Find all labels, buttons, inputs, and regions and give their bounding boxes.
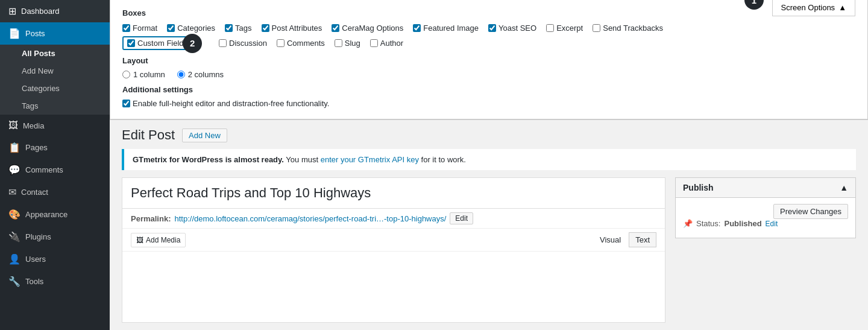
sidebar-subitem-all-posts[interactable]: All Posts [0,45,110,62]
posts-icon: 📄 [8,28,20,39]
sidebar-item-label: Tools [25,277,43,286]
checkbox-full-height[interactable]: Enable full-height editor and distractio… [122,99,846,108]
screen-options-toggle[interactable]: Screen Options ▲ [772,0,855,16]
permalink-row: Permalink: http://demo.loftocean.com/cer… [122,209,665,229]
sidebar-item-label: Contact [21,188,48,197]
chevron-up-icon: ▲ [838,3,846,12]
notice-end: for it to work. [421,155,466,164]
additional-heading: Additional settings [122,85,855,94]
layout-radio-row: 1 column 2 columns [122,70,855,79]
page-title: Edit Post [122,127,175,143]
step-badge-1: 1 [744,0,764,10]
checkbox-featured-image[interactable]: Featured Image [413,24,479,33]
sidebar-item-label: Users [25,255,46,264]
checkbox-excerpt[interactable]: Excerpt [546,24,583,33]
preview-changes-button[interactable]: Preview Changes [773,204,848,219]
sidebar-item-posts[interactable]: 📄 Posts [0,22,110,45]
publish-box: Publish ▲ Preview Changes 📌 Status: Publ… [675,177,856,238]
pages-icon: 📋 [8,142,20,153]
add-media-button[interactable]: 🖼 Add Media [131,233,186,247]
tab-visual[interactable]: Visual [593,232,627,247]
sidebar-item-label: Plugins [25,232,51,241]
sidebar-subitem-categories[interactable]: Categories [0,80,110,97]
sidebar-item-label: Pages [25,143,48,152]
tab-text[interactable]: Text [629,232,656,247]
sidebar-item-label: Comments [25,165,63,174]
sidebar-item-contact[interactable]: ✉ Contact [0,181,110,203]
checkboxes-row-2: Custom Fields 2 Discussion Comments Slug [122,36,855,50]
checkbox-tags[interactable]: Tags [225,24,251,33]
dashboard-icon: ⊞ [8,5,16,17]
boxes-heading: Boxes [122,8,855,17]
checkbox-format[interactable]: Format [122,24,157,33]
gtmetrix-api-link[interactable]: enter your GTmetrix API key [321,155,419,164]
checkbox-author[interactable]: Author [370,39,403,48]
sidebar-item-plugins[interactable]: 🔌 Plugins [0,226,110,248]
sidebar: ⊞ Dashboard 📄 Posts All Posts Add New Ca… [0,0,110,330]
plugins-icon: 🔌 [8,231,20,243]
collapse-icon: ▲ [840,183,848,192]
additional-section: Additional settings Enable full-height e… [122,85,855,108]
notice-bold: GTmetrix for WordPress is almost ready. [133,155,284,164]
contact-icon: ✉ [8,186,16,198]
publish-box-header: Publish ▲ [676,178,855,198]
sidebar-item-comments[interactable]: 💬 Comments [0,159,110,181]
publish-sidebar: Publish ▲ Preview Changes 📌 Status: Publ… [675,177,856,323]
comments-icon: 💬 [8,164,20,176]
status-row: 📌 Status: Published Edit [683,219,848,228]
screen-options-bar: 1 Screen Options ▲ Boxes Format Categori… [110,0,868,120]
sidebar-item-label: Appearance [25,210,68,219]
step-badge-2: 2 [183,34,202,53]
users-icon: 👤 [8,253,20,265]
checkbox-post-attributes[interactable]: Post Attributes [262,24,322,33]
sidebar-item-pages[interactable]: 📋 Pages [0,136,110,159]
appearance-icon: 🎨 [8,209,20,220]
checkboxes-row-1: Format Categories Tags Post Attributes C… [122,24,855,33]
status-value: Published [724,219,761,228]
media-icon: 🖼 [8,120,18,131]
gtmetrix-notice: GTmetrix for WordPress is almost ready. … [122,149,856,170]
checkbox-yoast-seo[interactable]: Yoast SEO [488,24,536,33]
content-area: Permalink: http://demo.loftocean.com/cer… [122,177,856,323]
editor-tabs: Visual Text [593,232,656,247]
posts-subitems: All Posts Add New Categories Tags [0,45,110,115]
sidebar-subitem-tags[interactable]: Tags [0,97,110,115]
permalink-url[interactable]: http://demo.loftocean.com/ceramag/storie… [174,214,446,223]
checkbox-custom-fields[interactable]: Custom Fields 2 [122,36,192,50]
notice-text: You must [286,155,320,164]
post-title-input[interactable] [122,178,665,209]
sidebar-item-label: Posts [25,29,45,38]
add-new-button[interactable]: Add New [182,129,227,142]
edit-post-header: Edit Post Add New [122,127,856,143]
checkbox-send-trackbacks[interactable]: Send Trackbacks [593,24,663,33]
checkbox-slug[interactable]: Slug [335,39,360,48]
main-content: 1 Screen Options ▲ Boxes Format Categori… [110,0,868,330]
tools-icon: 🔧 [8,276,20,287]
checkbox-discussion[interactable]: Discussion [219,39,267,48]
status-label: Status: [696,219,720,228]
sidebar-item-appearance[interactable]: 🎨 Appearance [0,203,110,226]
post-editor: Permalink: http://demo.loftocean.com/cer… [122,177,665,323]
editor-toolbar: 🖼 Add Media Visual Text [122,229,665,252]
permalink-edit-button[interactable]: Edit [450,212,473,224]
permalink-label: Permalink: [131,214,171,223]
sidebar-item-label: Dashboard [21,7,60,16]
sidebar-item-users[interactable]: 👤 Users [0,248,110,270]
checkbox-ceramag-options[interactable]: CeraMag Options [332,24,403,33]
radio-2-columns[interactable]: 2 columns [177,70,224,79]
checkbox-categories[interactable]: Categories [167,24,215,33]
sidebar-item-media[interactable]: 🖼 Media [0,115,110,136]
radio-1-column[interactable]: 1 column [122,70,165,79]
sidebar-subitem-add-new[interactable]: Add New [0,62,110,80]
publish-box-title: Publish [683,183,714,192]
sidebar-item-label: Media [23,121,44,130]
publish-box-body: Preview Changes 📌 Status: Published Edit [676,198,855,238]
sidebar-item-dashboard[interactable]: ⊞ Dashboard [0,0,110,22]
status-edit-link[interactable]: Edit [766,220,778,228]
screen-options-dropdown: 1 Screen Options ▲ Boxes Format Categori… [110,0,868,119]
sidebar-item-tools[interactable]: 🔧 Tools [0,270,110,293]
checkbox-comments[interactable]: Comments [277,39,325,48]
edit-post-area: Edit Post Add New GTmetrix for WordPress… [110,120,868,330]
status-icon: 📌 [683,219,693,228]
layout-section: Layout 1 column 2 columns [122,56,855,79]
